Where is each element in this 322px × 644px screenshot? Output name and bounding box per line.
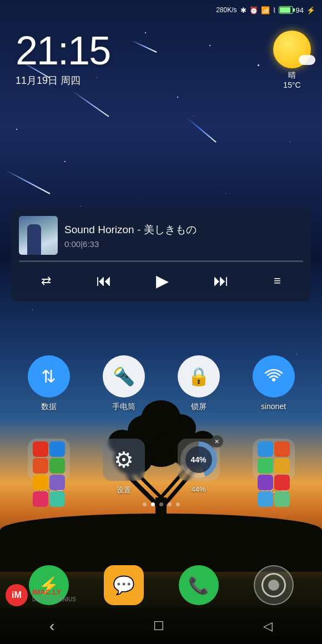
bottom-nav: ‹ ☐ ◁ <box>0 608 322 644</box>
weather-status: 晴 <box>273 71 311 80</box>
clock-time: 21:15 <box>16 31 110 71</box>
home-button[interactable]: ☐ <box>153 619 164 633</box>
wifi-icon: ⌇ <box>273 6 276 14</box>
close-badge[interactable]: × <box>211 435 223 447</box>
clock-date: 11月19日 周四 <box>16 74 110 87</box>
qa-wifi[interactable]: sinonet <box>253 355 295 412</box>
battery-percent: 94 <box>296 6 304 14</box>
music-player: Sound Horizon - 美しきもの 0:00|6:33 ⇄ ⏮ ▶ ⏭ … <box>11 208 311 301</box>
signal-icon: 📶 <box>261 6 270 14</box>
next-button[interactable]: ⏭ <box>210 268 232 293</box>
alarm-icon: ⏰ <box>249 6 258 14</box>
app-systools[interactable]: 系统工具 <box>253 439 295 495</box>
phone-app[interactable]: 📞 <box>179 565 219 605</box>
settings-icon-bg: ⚙ <box>103 439 145 481</box>
xiaomi-folder <box>28 439 70 481</box>
queue-button[interactable]: ≡ <box>270 270 284 291</box>
app-settings[interactable]: ⚙ 设置 <box>103 439 145 495</box>
back-button[interactable]: ‹ <box>49 617 54 635</box>
qa-wifi-label: sinonet <box>261 402 286 411</box>
lock-icon: 🔒 <box>178 355 220 398</box>
settings-label: 设置 <box>117 485 131 495</box>
progress-label: 44% <box>191 485 205 494</box>
clock-area: 21:15 11月19日 周四 <box>16 31 110 87</box>
weather-temp: 15°C <box>273 80 311 89</box>
qa-data[interactable]: ⇅ 数据 <box>28 355 70 412</box>
play-button[interactable]: ▶ <box>153 268 172 294</box>
camera-app[interactable] <box>254 565 294 605</box>
watermark-logo: iM <box>6 584 28 606</box>
watermark: iM IMAC.LY DIGITAL GENIUS <box>6 584 76 606</box>
music-title: Sound Horizon - 美しきもの <box>64 223 303 237</box>
watermark-tagline: DIGITAL GENIUS <box>32 596 76 602</box>
music-info: Sound Horizon - 美しきもの 0:00|6:33 <box>64 223 303 249</box>
weather-area[interactable]: 晴 15°C <box>273 31 311 89</box>
watermark-brand: IMAC.LY <box>32 588 76 596</box>
data-icon: ⇅ <box>28 355 70 398</box>
app-row: 小米常用 ⚙ 设置 44% × 44% <box>0 439 322 495</box>
page-dot-5[interactable] <box>176 502 180 506</box>
quick-actions: ⇅ 数据 🔦 手电筒 🔒 锁屏 sinonet <box>0 355 322 412</box>
shuffle-button[interactable]: ⇄ <box>38 270 54 291</box>
app-progress[interactable]: 44% × 44% <box>178 439 220 495</box>
qa-lockscreen[interactable]: 🔒 锁屏 <box>178 355 220 412</box>
page-dots <box>0 502 322 506</box>
wifi-qa-icon <box>253 355 295 398</box>
qa-data-label: 数据 <box>41 402 57 412</box>
page-dot-1[interactable] <box>143 502 147 506</box>
qa-flashlight-label: 手电筒 <box>112 402 135 412</box>
messages-app[interactable]: 💬 <box>104 565 144 605</box>
progress-bar[interactable] <box>19 260 303 262</box>
music-time: 0:00|6:33 <box>64 239 303 249</box>
page-dot-3[interactable] <box>159 502 163 506</box>
charging-icon: ⚡ <box>306 6 315 14</box>
prev-button[interactable]: ⏮ <box>93 268 115 293</box>
bluetooth-icon: ✱ <box>240 6 246 14</box>
qa-flashlight[interactable]: 🔦 手电筒 <box>103 355 145 412</box>
music-controls: ⇄ ⏮ ▶ ⏭ ≡ <box>19 268 303 294</box>
progress-icon-bg: 44% × <box>178 439 220 481</box>
page-dot-2[interactable] <box>151 502 155 506</box>
app-xiaomi[interactable]: 小米常用 <box>28 439 70 495</box>
flashlight-icon: 🔦 <box>103 355 145 398</box>
recent-button[interactable]: ◁ <box>263 619 273 633</box>
qa-lockscreen-label: 锁屏 <box>191 402 207 412</box>
album-art <box>19 216 58 255</box>
network-speed: 280K/s <box>216 6 237 14</box>
battery-indicator <box>279 6 293 14</box>
weather-icon <box>273 31 311 68</box>
status-bar: 280K/s ✱ ⏰ 📶 ⌇ 94 ⚡ <box>0 0 322 20</box>
page-dot-4[interactable] <box>168 502 172 506</box>
systools-folder <box>253 439 295 481</box>
